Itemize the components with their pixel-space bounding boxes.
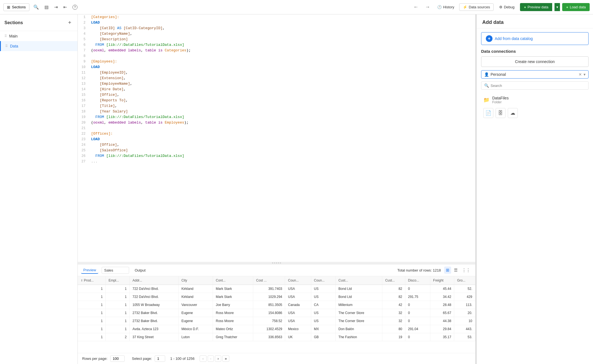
page-select[interactable]: 1 2 <box>155 355 165 362</box>
connection-icon-3[interactable]: ☁ <box>508 108 518 118</box>
table-row: 111055 W BroadwayVancouverJoe Barry851.3… <box>78 301 475 309</box>
right-panel-header: Add data <box>477 14 593 28</box>
code-line-12: 12 [Extension], <box>78 76 475 81</box>
right-panel: Add data + Add from data catalog Data co… <box>476 14 593 364</box>
table-cell: 1 <box>78 333 105 341</box>
sidebar-item-label-data: Data <box>10 44 67 48</box>
filter-dropdown-button[interactable]: ▾ <box>584 72 586 77</box>
redo-button[interactable]: → <box>423 2 432 12</box>
code-line-21: 21 <box>78 125 475 131</box>
sidebar-item-main[interactable]: ⠿ Main <box>0 31 77 41</box>
indent-more-button[interactable]: ⇥ <box>52 3 59 11</box>
add-from-catalog-button[interactable]: + Add from data catalog <box>481 32 589 45</box>
code-line-7: 7 (ooxml, embedded labels, table is Cate… <box>78 48 475 53</box>
resize-handle-horizontal[interactable] <box>78 262 475 264</box>
help-button[interactable]: ? <box>71 3 79 11</box>
table-cell: Joe Barry <box>213 301 253 309</box>
table-cell: 53. <box>454 333 475 341</box>
datafiles-folder-item[interactable]: 📁 DataFiles Folder <box>481 93 589 107</box>
bottom-toolbar: Preview Sales Categories Employees Offic… <box>78 264 475 276</box>
output-tab-button[interactable]: Output <box>132 267 148 273</box>
sidebar-add-button[interactable]: + <box>66 19 73 26</box>
table-cell: Eugene <box>179 317 213 325</box>
rows-per-page-select[interactable]: 100 50 25 <box>110 355 125 362</box>
search-connections-input[interactable] <box>491 84 586 88</box>
table-cell: Mateo Ortiz <box>213 325 253 333</box>
col-header-cost: Cost ... <box>253 276 285 285</box>
table-cell: UK <box>285 333 311 341</box>
card-view-button[interactable]: ⋮⋮ <box>460 267 472 274</box>
table-cell: Mexico <box>285 325 311 333</box>
table-cell: 10 <box>454 317 475 325</box>
table-cell: Mark Stark <box>213 293 253 301</box>
table-row: 11722 DaVinci Blvd.KirklandMark Stark391… <box>78 285 475 293</box>
connection-icon-1[interactable]: 📄 <box>483 108 493 118</box>
table-cell: USA <box>285 293 311 301</box>
sidebar-title: Sections <box>4 20 23 25</box>
table-cell: 44.38 <box>430 317 454 325</box>
code-editor[interactable]: 1 [Categories]: 2 LOAD 3 [CatID] AS [Cat… <box>78 14 475 262</box>
create-connection-button[interactable]: Create new connection <box>481 56 589 67</box>
sales-select[interactable]: Sales Categories Employees Offices <box>102 267 129 274</box>
filter-clear-button[interactable]: ✕ <box>579 72 582 77</box>
prev-page-button[interactable]: ‹ <box>208 355 214 362</box>
sidebar-item-data[interactable]: ⠿ Data 🗑 <box>0 41 77 51</box>
rows-per-page-label: Rows per page: <box>82 357 107 361</box>
grid-view-button[interactable]: ⊞ <box>444 267 451 274</box>
first-page-button[interactable]: « <box>200 355 207 362</box>
add-catalog-icon: + <box>486 35 493 42</box>
undo-button[interactable]: ← <box>411 2 421 12</box>
datasources-button[interactable]: ⚡ Data sources <box>459 3 494 11</box>
debug-label: Debug <box>504 5 514 9</box>
debug-button[interactable]: ⚙ Debug <box>496 4 518 11</box>
table-cell: 0 <box>405 317 430 325</box>
preview-tab-button[interactable]: Preview <box>81 267 98 274</box>
table-cell: 82 <box>382 285 405 293</box>
table-cell: 443. <box>454 325 475 333</box>
table-cell: Luton <box>179 333 213 341</box>
code-line-19: 19 FROM [lib://:DataFiles/TutorialData.x… <box>78 114 475 120</box>
table-cell: The Corner Store <box>336 309 382 317</box>
search-button[interactable]: 🔍 <box>32 3 41 11</box>
table-cell: 429 <box>454 293 475 301</box>
table-cell: 1302.4529 <box>253 325 285 333</box>
add-catalog-label: Add from data catalog <box>495 36 533 41</box>
table-cell: The Corner Store <box>336 317 382 325</box>
preview-data-label: Preview data <box>527 5 548 9</box>
history-button[interactable]: 🕐 History <box>434 3 457 11</box>
data-connections-section: Data connections Create new connection 👤… <box>477 49 593 119</box>
table-cell: 19 <box>382 333 405 341</box>
indent-less-button[interactable]: ⇤ <box>62 3 69 11</box>
table-cell: CA <box>311 301 335 309</box>
table-cell: Don Balón <box>336 325 382 333</box>
sidebar-toggle-icon: ▤ <box>44 4 49 10</box>
pagination-nav: « ‹ › » <box>200 355 229 362</box>
data-connections-title: Data connections <box>481 49 589 54</box>
list-view-button[interactable]: ☰ <box>452 267 459 274</box>
sidebar-item-label-main: Main <box>9 34 73 38</box>
code-line-8: 8 <box>78 53 475 59</box>
col-header-cust2: Cust... <box>382 276 405 285</box>
preview-dropdown-button[interactable]: ▾ <box>554 3 560 11</box>
connection-icon-2[interactable]: 🗄 <box>496 108 506 118</box>
history-icon: 🕐 <box>437 5 442 9</box>
toggle-sidebar-button[interactable]: ▤ <box>43 3 50 11</box>
code-line-1: 1 [Categories]: <box>78 14 475 20</box>
indent-more-icon: ⇥ <box>54 4 58 10</box>
sections-button[interactable]: ⊞ Sections <box>3 3 29 11</box>
table-cell: Ross Moore <box>213 317 253 325</box>
filter-input[interactable] <box>491 72 577 77</box>
code-line-23: 23 LOAD <box>78 137 475 142</box>
history-label: History <box>443 5 454 9</box>
table-cell: 1055 W Broadway <box>130 301 179 309</box>
table-cell: México D.F. <box>179 325 213 333</box>
preview-data-button[interactable]: ● Preview data <box>520 3 552 11</box>
table-cell: 1 <box>105 285 129 293</box>
search-row: 🔍 <box>481 81 589 90</box>
search-icon: 🔍 <box>33 4 39 10</box>
code-line-24: 24 [Office], <box>78 142 475 148</box>
load-data-button[interactable]: ● Load data <box>562 3 590 11</box>
last-page-button[interactable]: » <box>222 355 229 362</box>
next-page-button[interactable]: › <box>215 355 221 362</box>
table-cell: Mark Stark <box>213 285 253 293</box>
